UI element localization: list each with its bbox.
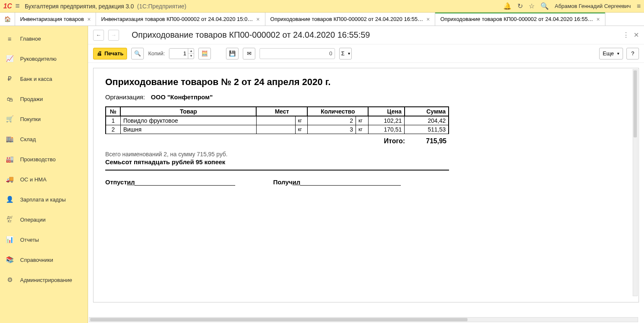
titlebar: 1C ≡ Бухгалтерия предприятия, редакция 3… [0,0,644,13]
spinner-up[interactable]: ▲ [188,49,194,54]
tab[interactable]: Оприходование товаров КП00-000002 от 24.… [265,13,436,26]
cell-tovar: Вишня [120,125,256,134]
copies-input[interactable] [169,49,188,59]
horizontal-scrollbar[interactable] [89,317,638,322]
count-box: 0 [260,48,335,59]
total-label: Итого: [384,137,405,145]
sidebar-icon: 🛒 [6,115,13,123]
printer-icon: 🖨 [97,50,102,57]
help-button[interactable]: ? [626,48,639,59]
page-title: Оприходование товаров КП00-000002 от 24.… [132,30,370,40]
cell-mest-unit: кг [295,116,307,125]
col-qty: Количество [307,107,368,116]
tab[interactable]: Оприходование товаров КП00-000002 от 24.… [435,13,605,26]
logo-1c: 1C [3,3,12,10]
sidebar-label: Зарплата и кадры [20,196,66,203]
sidebar-item[interactable]: 🛍Продажи [0,89,88,109]
tab-close-icon[interactable]: × [426,16,430,23]
tab-label: Инвентаризация товаров КП00-000002 от 24… [101,16,253,22]
toolbar: 🖨 Печать 🔍 Копий: ▲▼ 🧮 💾 ✉ 0 Σ▾ Еще▾ ? [88,44,644,63]
cell-sum: 511,53 [405,125,449,134]
forward-button[interactable]: → [108,30,119,41]
history-icon[interactable]: ↻ [517,2,523,10]
page-header: ← → Оприходование товаров КП00-000002 от… [88,26,644,44]
content-area: ← → Оприходование товаров КП00-000002 от… [88,26,644,323]
sidebar-item[interactable]: 📊Отчеты [0,230,88,250]
sidebar-label: ОС и НМА [20,176,47,183]
sign-out: Отпустил [105,178,235,186]
tab[interactable]: Инвентаризация товаров× [15,13,96,26]
sidebar-label: Главное [20,36,41,42]
tab-close-icon[interactable]: × [256,16,260,23]
more-button[interactable]: Еще▾ [599,48,623,59]
sidebar-item[interactable]: Дт/КтОперации [0,209,88,230]
sidebar-item[interactable]: 📈Руководителю [0,49,88,69]
print-button[interactable]: 🖨 Печать [93,48,127,59]
user-name[interactable]: Абрамов Геннадий Сергеевич [555,3,631,9]
sidebar-item[interactable]: ₽Банк и касса [0,69,88,89]
sidebar-icon: ₽ [6,75,13,83]
cell-price: 170,51 [368,125,405,134]
sidebar-label: Продажи [20,96,43,102]
kebab-icon[interactable]: ⋮ [623,31,629,39]
tab-label: Оприходование товаров КП00-000002 от 24.… [440,16,593,22]
sidebar-item[interactable]: 📚Справочники [0,250,88,270]
sidebar-item[interactable]: 🏭Производство [0,149,88,169]
bell-icon[interactable]: 🔔 [503,2,512,10]
spinner-down[interactable]: ▼ [188,54,194,59]
home-tab[interactable]: 🏠 [0,13,15,26]
cell-tovar: Повидло фруктовое [120,116,256,125]
col-price: Цена [368,107,405,116]
sidebar-item[interactable]: 🚚ОС и НМА [0,169,88,189]
sidebar-label: Администрирование [20,277,72,283]
tab-label: Инвентаризация товаров [20,16,84,22]
sidebar-label: Покупки [20,116,41,122]
cell-mest [256,116,295,125]
sidebar-icon: 📚 [6,256,13,264]
main-menu-icon[interactable]: ≡ [15,2,20,10]
sidebar-item[interactable]: 👤Зарплата и кадры [0,189,88,209]
sidebar-label: Банк и касса [20,76,52,82]
sum-button[interactable]: Σ▾ [339,48,352,59]
sign-in: Получил [273,178,401,186]
goods-table: № Товар Мест Количество Цена Сумма 1Пови… [105,106,449,134]
close-page-icon[interactable]: ✕ [634,31,639,39]
star-icon[interactable]: ☆ [529,2,535,10]
divider-line [105,170,449,171]
preview-button[interactable]: 🔍 [131,48,144,59]
sidebar-item[interactable]: 🛒Покупки [0,109,88,129]
sidebar-icon: Дт/Кт [6,216,13,223]
grid-settings-button[interactable]: 🧮 [198,48,211,59]
sidebar-item[interactable]: 🏬Склад [0,129,88,149]
total-value: 715,95 [426,137,447,145]
sidebar: ≡Главное📈Руководителю₽Банк и касса🛍Прода… [0,26,88,323]
sidebar-label: Руководителю [20,56,57,62]
cell-qty: 3 [307,125,356,134]
save-button[interactable]: 💾 [226,48,239,59]
search-icon[interactable]: 🔍 [540,2,549,10]
back-button[interactable]: ← [93,30,104,41]
sidebar-icon: 🛍 [6,96,13,103]
tab[interactable]: Инвентаризация товаров КП00-000002 от 24… [96,13,265,26]
cell-mest [256,125,295,134]
sidebar-label: Отчеты [20,237,39,243]
tab-close-icon[interactable]: × [597,16,600,23]
email-button[interactable]: ✉ [243,48,255,59]
table-row: 2Вишнякг3кг170,51511,53 [106,125,449,134]
col-tovar: Товар [120,107,256,116]
col-sum: Сумма [405,107,449,116]
cell-mest-unit: кг [295,125,307,134]
vertical-scrollbar[interactable] [633,69,638,296]
document-panel: Оприходование товаров № 2 от 24 апреля 2… [93,68,639,302]
tabs-row: 🏠 Инвентаризация товаров×Инвентаризация … [0,13,644,26]
sidebar-icon: ≡ [6,35,13,42]
sidebar-icon: 🚚 [6,176,13,183]
cell-num: 1 [106,116,120,125]
settings-icon[interactable]: ≡ [637,3,641,10]
sidebar-label: Операции [20,217,46,223]
sidebar-item[interactable]: ⚙Администрирование [0,270,88,290]
sidebar-item[interactable]: ≡Главное [0,28,88,49]
tab-close-icon[interactable]: × [87,16,91,23]
table-row: 1Повидло фруктовоекг2кг102,21204,42 [106,116,449,125]
copies-spinner[interactable]: ▲▼ [169,48,194,59]
